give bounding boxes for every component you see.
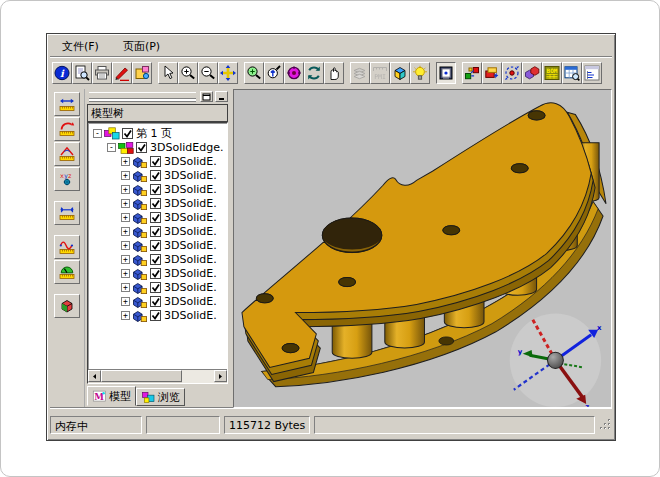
pan-axes-button[interactable] (218, 62, 238, 84)
scroll-track[interactable] (182, 370, 214, 383)
export-colors-button[interactable] (132, 62, 152, 84)
expand-icon[interactable]: + (121, 185, 130, 194)
tree-row[interactable]: +3DSolidE. (91, 308, 227, 322)
machine-output-button[interactable] (482, 62, 502, 84)
layers-button[interactable] (350, 62, 370, 84)
visibility-checkbox[interactable] (150, 226, 161, 237)
visibility-checkbox[interactable] (150, 310, 161, 321)
visibility-checkbox[interactable] (150, 254, 161, 265)
tree-row[interactable]: +3DSolidE. (91, 294, 227, 308)
pmi-button[interactable]: PMI (370, 62, 390, 84)
tree-row[interactable]: +3DSolidE. (91, 196, 227, 210)
panel-gripper[interactable] (87, 91, 228, 102)
zoom-window-button[interactable] (244, 62, 264, 84)
tree-row[interactable]: -第 1 页 (91, 126, 227, 140)
tree-row[interactable]: +3DSolidE. (91, 252, 227, 266)
resize-grip[interactable] (599, 418, 612, 432)
tree-row-label: 3DSolidE. (164, 225, 217, 238)
info-button[interactable]: i (52, 62, 72, 84)
coordinate-xyz-button[interactable]: xyz (54, 167, 80, 191)
expand-icon[interactable]: + (121, 255, 130, 264)
expand-icon[interactable]: + (121, 297, 130, 306)
visibility-checkbox[interactable] (150, 184, 161, 195)
scroll-right-button[interactable] (214, 370, 227, 382)
tree-horizontal-scrollbar[interactable] (88, 369, 227, 383)
expand-icon[interactable]: + (121, 241, 130, 250)
tree-row-label: 3DSolidE. (164, 197, 217, 210)
explode-parts-button[interactable] (462, 62, 482, 84)
visibility-checkbox[interactable] (150, 296, 161, 307)
visibility-checkbox[interactable] (150, 282, 161, 293)
tab-browse[interactable]: 浏览 (136, 388, 185, 406)
pan-hand-button[interactable] (324, 62, 344, 84)
collapse-icon[interactable]: - (93, 129, 102, 138)
print-button[interactable] (92, 62, 112, 84)
expand-icon[interactable]: + (121, 311, 130, 320)
report-table-button[interactable] (562, 62, 582, 84)
bom-button[interactable]: BOM (542, 62, 562, 84)
tree-row[interactable]: +3DSolidE. (91, 280, 227, 294)
zoom-in-button[interactable] (178, 62, 198, 84)
menu-item-page[interactable]: 页面(P) (121, 38, 162, 55)
tree-row[interactable]: +3DSolidE. (91, 224, 227, 238)
tree-row[interactable]: +3DSolidE. (91, 238, 227, 252)
visibility-checkbox[interactable] (122, 128, 133, 139)
annotate-button[interactable] (112, 62, 132, 84)
zoom-previous-icon (266, 65, 282, 81)
visibility-checkbox[interactable] (136, 142, 147, 153)
expand-icon[interactable]: + (121, 171, 130, 180)
visibility-checkbox[interactable] (150, 198, 161, 209)
check-icon (151, 227, 160, 236)
gripper-lines (89, 92, 196, 99)
panel-book-button[interactable] (436, 62, 456, 84)
zoom-previous-button[interactable] (264, 62, 284, 84)
rotate-view-button[interactable] (502, 62, 522, 84)
light-button[interactable] (410, 62, 430, 84)
measure-distance-button[interactable] (54, 201, 80, 225)
measure-curve-button[interactable] (54, 235, 80, 259)
expand-icon[interactable]: + (121, 199, 130, 208)
visibility-checkbox[interactable] (150, 240, 161, 251)
panel-minimize-button[interactable] (215, 91, 228, 102)
expand-icon[interactable]: + (121, 269, 130, 278)
refresh-button[interactable] (304, 62, 324, 84)
toolbar-group (244, 62, 344, 84)
tree-row-label: 3DSolidEdge. (150, 141, 223, 154)
select-cursor-button[interactable] (158, 62, 178, 84)
scroll-thumb[interactable] (101, 370, 182, 382)
visibility-checkbox[interactable] (150, 156, 161, 167)
measure-angle-icon (59, 146, 75, 162)
section-box-button[interactable] (54, 294, 80, 318)
tree-row[interactable]: +3DSolidE. (91, 210, 227, 224)
panel-restore-button[interactable] (200, 91, 213, 102)
zoom-out-button[interactable] (198, 62, 218, 84)
part-cube-icon (132, 225, 148, 238)
visibility-checkbox[interactable] (150, 212, 161, 223)
tab-model[interactable]: M模型 (87, 386, 136, 406)
measure-radius-button[interactable] (54, 117, 80, 141)
expand-icon[interactable]: + (121, 213, 130, 222)
expand-icon[interactable]: + (121, 157, 130, 166)
measure-length-button[interactable] (54, 92, 80, 116)
menu-item-file[interactable]: 文件(F) (60, 38, 101, 55)
viewport[interactable]: x y z (233, 89, 612, 408)
tree-row[interactable]: +3DSolidE. (91, 266, 227, 280)
expand-icon[interactable]: + (121, 227, 130, 236)
scroll-left-button[interactable] (88, 370, 101, 382)
visibility-checkbox[interactable] (150, 268, 161, 279)
tree-row[interactable]: -3DSolidEdge. (91, 140, 227, 154)
tree-row[interactable]: +3DSolidE. (91, 154, 227, 168)
tree-row[interactable]: +3DSolidE. (91, 168, 227, 182)
visibility-checkbox[interactable] (150, 170, 161, 181)
measure-gauge-button[interactable] (54, 260, 80, 284)
measure-angle-button[interactable] (54, 142, 80, 166)
expand-icon[interactable]: + (121, 283, 130, 292)
solid-parts-button[interactable] (522, 62, 542, 84)
trackball-sphere (548, 352, 564, 368)
print-preview-button[interactable] (72, 62, 92, 84)
view-cube-button[interactable] (390, 62, 410, 84)
tree-view-button[interactable] (582, 62, 602, 84)
tree-row[interactable]: +3DSolidE. (91, 182, 227, 196)
orbit-render-button[interactable] (284, 62, 304, 84)
collapse-icon[interactable]: - (107, 143, 116, 152)
